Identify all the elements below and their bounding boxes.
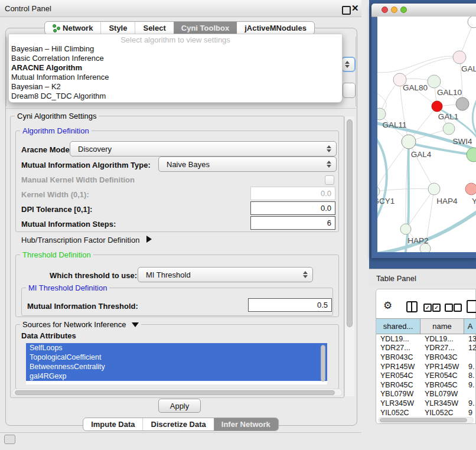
dpi-tolerance-field[interactable]: 0.0: [250, 201, 335, 215]
kernel-width-field[interactable]: 0.0: [250, 187, 335, 200]
table-row[interactable]: YBR043CYBR043C: [376, 353, 476, 362]
mi-type-combo[interactable]: Naive Bayes: [158, 156, 337, 172]
table-cell: YDR27...: [420, 344, 464, 352]
tab-discretize-data[interactable]: Discretize Data: [143, 418, 214, 431]
algorithm-option[interactable]: ARACNE Algorithm: [9, 63, 342, 73]
apply-button[interactable]: Apply: [158, 399, 201, 413]
settings-hscrollbar-thumb[interactable]: [15, 390, 335, 395]
table-cell: YER054C: [376, 371, 420, 380]
table-cell: 9.: [464, 399, 476, 407]
data-attribute-item[interactable]: gal4RGexp: [26, 371, 327, 381]
combo-fragment[interactable]: [343, 83, 356, 98]
algorithm-option[interactable]: Mutual Information Inference: [9, 73, 342, 82]
table-cell: 13: [464, 335, 476, 343]
tab-style[interactable]: Style: [100, 22, 135, 34]
table-row[interactable]: YIL052CYIL052C9: [376, 408, 476, 416]
data-attribute-item[interactable]: BetweennessCentrality: [26, 362, 327, 371]
column-header[interactable]: shared...: [376, 319, 420, 334]
close-traffic-light-icon[interactable]: [382, 6, 388, 13]
network-node[interactable]: [432, 101, 442, 112]
table-row[interactable]: YER054CYER054C8.: [376, 371, 476, 380]
columns-icon[interactable]: [406, 301, 418, 312]
data-attribute-item[interactable]: SelfLoops: [26, 343, 327, 353]
table-row[interactable]: YDR27...YDR27...12: [376, 344, 476, 353]
table-cell: 9.: [464, 363, 476, 371]
column-header[interactable]: A: [464, 319, 476, 334]
algorithm-dropdown-popup: Select algorithm to view settings Bayesi…: [8, 34, 343, 103]
settings-hscrollbar[interactable]: [12, 389, 343, 396]
network-node[interactable]: [467, 148, 476, 162]
groupbox-fragment-bottom: [6, 108, 356, 109]
table-row[interactable]: YBL079WYBL079W: [376, 390, 476, 399]
settings-scrollbar-thumb[interactable]: [347, 119, 353, 327]
network-node[interactable]: [443, 123, 455, 135]
focused-combo-fragment[interactable]: [341, 57, 356, 72]
network-node[interactable]: [428, 75, 441, 88]
table-cell: YLR345W: [376, 399, 420, 407]
float-panel-icon[interactable]: [342, 6, 351, 15]
network-node[interactable]: [468, 17, 476, 28]
mi-threshold-field[interactable]: 0.5: [248, 298, 332, 312]
minimize-traffic-light-icon[interactable]: [391, 6, 397, 13]
close-icon[interactable]: ✕: [351, 3, 359, 14]
table-row[interactable]: YDL19...YDL19...13: [376, 334, 476, 344]
aracne-mode-combo[interactable]: Discovery: [70, 141, 337, 156]
settings-scrollbar[interactable]: [344, 116, 354, 396]
node-label: GAL: [461, 64, 476, 73]
unchecked-checkbox-icon[interactable]: [445, 304, 453, 312]
network-node[interactable]: [465, 183, 476, 195]
network-node[interactable]: [428, 183, 440, 195]
table-row[interactable]: YPR145WYPR145W9.: [376, 362, 476, 371]
network-node[interactable]: [400, 224, 411, 234]
network-edge[interactable]: [409, 142, 434, 189]
table-cell: 12: [464, 344, 476, 352]
gear-icon[interactable]: ⚙: [383, 301, 392, 311]
unchecked-checkbox-icon[interactable]: [454, 304, 462, 312]
table-panel-body: ⚙ ✓ ✓ shared...nameA YDL19...YDL19...13Y…: [376, 289, 476, 424]
algorithm-option[interactable]: Bayesian – K2: [9, 82, 342, 92]
panel-bottom-divider: [0, 432, 361, 433]
file-icon[interactable]: [467, 300, 476, 313]
table-cell: YLR345W: [420, 399, 464, 407]
zoom-traffic-light-icon[interactable]: [400, 6, 407, 13]
dpi-tolerance-label: DPI Tolerance [0,1]:: [21, 205, 92, 214]
tab-network[interactable]: Network: [45, 22, 100, 34]
network-edge[interactable]: [406, 189, 434, 229]
hub-section-toggle[interactable]: Hub/Transcription Factor Definition: [21, 236, 152, 244]
manual-kernel-checkbox[interactable]: [325, 175, 334, 185]
data-attributes-label: Data Attributes: [21, 331, 76, 340]
table-row[interactable]: YLR345WYLR345W9.: [376, 399, 476, 408]
cyni-settings-title: Cyni Algorithm Settings: [15, 112, 99, 120]
table-hscrollbar[interactable]: [378, 417, 474, 423]
checked-checkbox-icon[interactable]: ✓: [432, 304, 441, 312]
which-threshold-combo[interactable]: MI Threshold: [138, 267, 313, 282]
network-node[interactable]: [453, 51, 466, 64]
algorithm-option[interactable]: Dream8 DC_TDC Algorithm: [9, 92, 342, 101]
table-row[interactable]: YBR045CYBR045C9.: [376, 380, 476, 390]
node-label: HAP4: [436, 197, 458, 206]
table-panel-titlebar: Table Panel: [369, 269, 476, 287]
network-window[interactable]: GALGAL80GAL10GAL1GAL11SWI4GAL4GCY1HAP4YH…: [371, 4, 476, 258]
network-window-titlebar[interactable]: [371, 4, 476, 17]
tab-cyni-toolbox[interactable]: Cyni Toolbox: [174, 22, 237, 34]
network-canvas[interactable]: GALGAL80GAL10GAL1GAL11SWI4GAL4GCY1HAP4YH…: [377, 17, 476, 252]
attributes-scrollbar-thumb[interactable]: [321, 345, 325, 381]
groupbox-fragment-right: [356, 37, 356, 106]
table-hscrollbar-thumb[interactable]: [380, 418, 467, 422]
algorithm-option[interactable]: Bayesian – Hill Climbing: [9, 44, 342, 54]
mi-steps-field[interactable]: 6: [250, 216, 335, 230]
sources-title[interactable]: Sources for Network Inference: [20, 320, 141, 329]
network-node[interactable]: [402, 135, 416, 149]
manual-kernel-label: Manual Kernel Width Definition: [21, 175, 135, 184]
column-header[interactable]: name: [420, 319, 464, 334]
tab-select[interactable]: Select: [135, 22, 173, 34]
tab-jactivemnodules[interactable]: jActiveMNodules: [237, 22, 314, 34]
panel-corner-icon[interactable]: [4, 435, 15, 444]
tab-impute-data[interactable]: Impute Data: [83, 418, 142, 431]
checked-checkbox-icon[interactable]: ✓: [423, 304, 432, 312]
algorithm-option[interactable]: Basic Correlation Inference: [9, 54, 342, 63]
network-node[interactable]: [456, 97, 469, 110]
tab-infer-network[interactable]: Infer Network: [214, 418, 278, 431]
network-node[interactable]: [377, 186, 380, 197]
data-attribute-item[interactable]: TopologicalCoefficient: [26, 353, 327, 362]
